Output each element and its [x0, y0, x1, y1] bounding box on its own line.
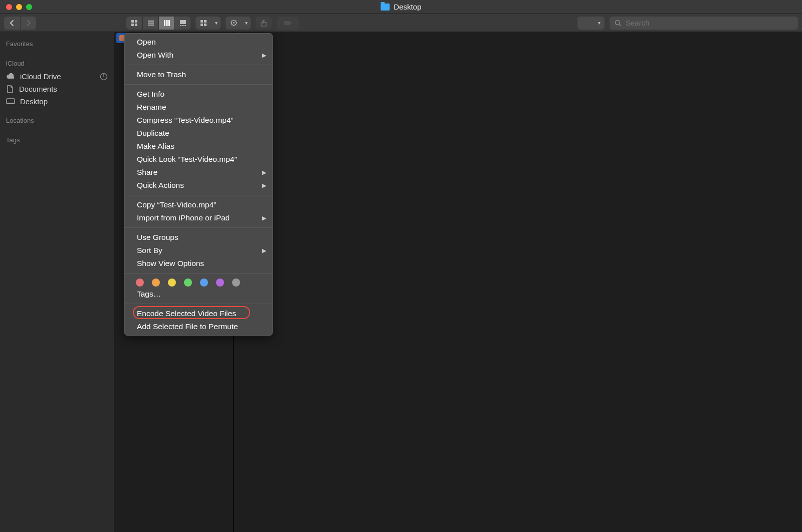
menu-open[interactable]: Open — [125, 36, 272, 49]
svg-rect-7 — [164, 20, 165, 26]
main: Favorites iCloud iCloud Drive Documents — [0, 32, 802, 532]
svg-rect-0 — [131, 20, 134, 23]
sidebar-header-locations: Locations — [2, 115, 112, 127]
tag-purple[interactable] — [216, 279, 224, 287]
menu-separator — [125, 84, 272, 85]
gallery-view-button[interactable] — [174, 17, 190, 30]
close-icon[interactable] — [6, 4, 12, 10]
svg-rect-33 — [7, 103, 15, 104]
menu-separator — [125, 227, 272, 228]
context-menu: Open Open With Move to Trash Get Info Re… — [124, 33, 273, 336]
chevron-down-icon: ▾ — [242, 17, 251, 30]
menu-import-iphone[interactable]: Import from iPhone or iPad — [125, 211, 272, 224]
menu-quick-look[interactable]: Quick Look “Test-Video.mp4” — [125, 153, 272, 166]
menu-tags[interactable]: Tags… — [125, 288, 272, 301]
sidebar: Favorites iCloud iCloud Drive Documents — [0, 32, 114, 532]
forward-button[interactable] — [20, 17, 36, 30]
toolbar: ▾ ▾ ▾ — [0, 14, 802, 32]
svg-rect-13 — [184, 25, 186, 26]
action-menu-button[interactable]: ▾ — [226, 17, 251, 30]
nav-group — [4, 17, 36, 30]
sidebar-item-label: iCloud Drive — [20, 72, 61, 81]
tag-green[interactable] — [184, 279, 192, 287]
tags-button[interactable] — [277, 17, 299, 30]
svg-rect-14 — [200, 20, 203, 23]
menu-compress[interactable]: Compress “Test-Video.mp4” — [125, 114, 272, 127]
group-by-button[interactable]: ▾ — [195, 17, 221, 30]
sidebar-item-label: Desktop — [20, 97, 48, 106]
menu-separator — [125, 304, 272, 304]
menu-make-alias[interactable]: Make Alias — [125, 140, 272, 153]
svg-line-24 — [231, 21, 232, 21]
menu-use-groups[interactable]: Use Groups — [125, 231, 272, 244]
menu-get-info[interactable]: Get Info — [125, 88, 272, 101]
menu-share[interactable]: Share — [125, 166, 272, 179]
sidebar-header-favorites: Favorites — [2, 38, 112, 51]
window-controls — [0, 4, 32, 10]
sidebar-item-label: Documents — [19, 85, 57, 93]
svg-line-25 — [235, 25, 236, 25]
share-button[interactable] — [256, 17, 272, 30]
cloud-icon — [6, 73, 15, 80]
svg-rect-1 — [135, 20, 137, 23]
svg-line-26 — [231, 25, 232, 25]
view-mode-group — [126, 17, 190, 30]
svg-rect-10 — [180, 20, 186, 24]
document-icon — [6, 85, 14, 93]
svg-rect-16 — [200, 24, 203, 26]
menu-move-to-trash[interactable]: Move to Trash — [125, 68, 272, 81]
menu-rename[interactable]: Rename — [125, 101, 272, 114]
tag-blue[interactable] — [200, 279, 208, 287]
menu-add-to-permute[interactable]: Add Selected File to Permute — [125, 320, 272, 333]
menu-quick-actions[interactable]: Quick Actions — [125, 179, 272, 192]
list-view-button[interactable] — [142, 17, 158, 30]
sidebar-item-documents[interactable]: Documents — [2, 83, 112, 95]
fullscreen-icon[interactable] — [26, 4, 32, 10]
menu-encode-video[interactable]: Encode Selected Video Files — [125, 307, 272, 320]
svg-rect-11 — [180, 25, 181, 26]
sidebar-item-icloud-drive[interactable]: iCloud Drive — [2, 70, 112, 83]
svg-rect-6 — [148, 25, 154, 26]
svg-rect-2 — [131, 24, 134, 26]
menu-separator — [125, 65, 272, 65]
column-view-button[interactable] — [158, 17, 174, 30]
svg-rect-15 — [204, 20, 207, 23]
titlebar: Desktop — [0, 0, 802, 14]
sync-status-icon — [100, 73, 108, 81]
sidebar-header-icloud: iCloud — [2, 58, 112, 70]
svg-point-19 — [233, 22, 235, 24]
menu-separator — [125, 195, 272, 195]
icon-view-button[interactable] — [126, 17, 142, 30]
chevron-down-icon: ▾ — [212, 17, 221, 30]
menu-show-view-options[interactable]: Show View Options — [125, 257, 272, 270]
minimize-icon[interactable] — [16, 4, 22, 10]
back-button[interactable] — [4, 17, 20, 30]
tag-gray[interactable] — [232, 279, 240, 287]
svg-rect-17 — [204, 24, 207, 26]
search-field[interactable] — [610, 17, 798, 30]
desktop-icon — [6, 98, 15, 105]
svg-point-29 — [616, 20, 620, 25]
search-icon — [615, 20, 622, 27]
menu-tag-row — [125, 277, 272, 288]
svg-rect-3 — [135, 24, 137, 26]
tag-orange[interactable] — [152, 279, 160, 287]
path-dropdown[interactable]: ▾ — [577, 17, 605, 30]
tag-yellow[interactable] — [168, 279, 176, 287]
menu-separator — [125, 273, 272, 274]
svg-line-27 — [235, 21, 236, 21]
folder-icon — [380, 4, 389, 11]
svg-rect-8 — [166, 20, 167, 26]
svg-rect-12 — [182, 25, 183, 26]
svg-rect-4 — [148, 21, 154, 22]
menu-open-with[interactable]: Open With — [125, 49, 272, 62]
menu-duplicate[interactable]: Duplicate — [125, 127, 272, 140]
menu-copy[interactable]: Copy “Test-Video.mp4” — [125, 198, 272, 211]
tag-red[interactable] — [136, 279, 144, 287]
sidebar-item-desktop[interactable]: Desktop — [2, 95, 112, 108]
svg-rect-9 — [168, 20, 170, 26]
menu-sort-by[interactable]: Sort By — [125, 244, 272, 257]
search-input[interactable] — [626, 19, 793, 27]
sidebar-header-tags: Tags — [2, 134, 112, 147]
svg-line-30 — [620, 25, 621, 26]
